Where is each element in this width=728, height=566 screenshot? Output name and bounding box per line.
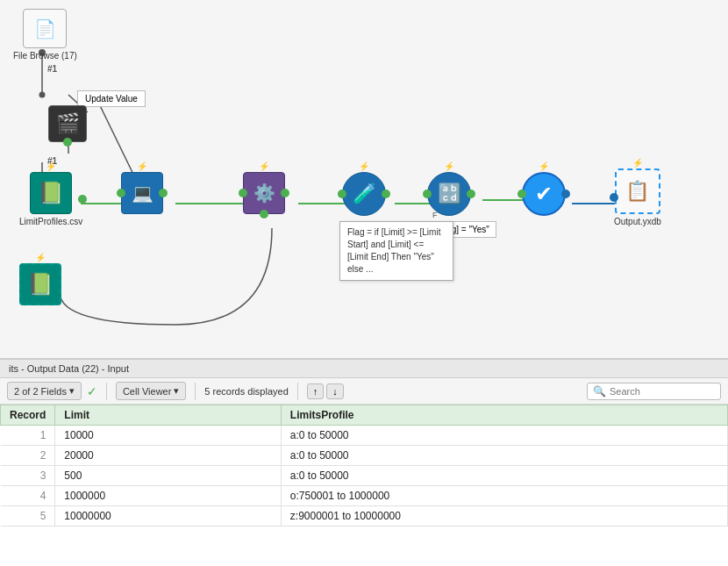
formula-node[interactable]: ⚡ 🧪: [342, 172, 386, 216]
file-browse-node[interactable]: 📄 File Browse (17): [13, 9, 77, 61]
cell-record: 3: [1, 466, 55, 486]
table-row: 3500a:0 to 50000: [1, 466, 728, 486]
cell-limit: 1000000: [55, 486, 281, 506]
output-node[interactable]: ⚡ 📋 Output.yxdb: [614, 168, 661, 226]
cell-profile: o:750001 to 1000000: [281, 486, 727, 506]
workflow-canvas: T F T 📄 File Browse (17) #1 Update Value…: [0, 0, 728, 360]
col-profile: LimitsProfile: [281, 405, 727, 426]
limit-profiles-node[interactable]: ⚡ 📗 LimitProfiles.csv: [19, 172, 82, 226]
table-row: 220000a:0 to 50000: [1, 446, 728, 466]
limit-profiles-label: LimitProfiles.csv: [19, 217, 82, 226]
cell-viewer-btn[interactable]: Cell Viewer ▾: [116, 382, 186, 400]
fields-dropdown[interactable]: 2 of 2 Fields ▾: [7, 382, 82, 400]
cell-record: 5: [1, 506, 55, 527]
toolbar: 2 of 2 Fields ▾ ✓ Cell Viewer ▾ 5 record…: [0, 378, 728, 405]
search-icon: 🔍: [593, 385, 606, 398]
teal2-node[interactable]: ⚡ 📗: [19, 263, 61, 305]
cell-viewer-arrow: ▾: [174, 385, 179, 397]
cell-profile: z:9000001 to 10000000: [281, 506, 727, 527]
check-mark[interactable]: ✓: [87, 384, 97, 398]
data-table: Record Limit LimitsProfile 110000a:0 to …: [0, 405, 728, 566]
check-node[interactable]: ⚡ ✔: [522, 172, 566, 216]
nav-arrows: ↑ ↓: [307, 383, 344, 399]
cell-limit: 10000000: [55, 506, 281, 527]
file-browse-label: File Browse (17): [13, 51, 77, 61]
panel-header: its - Output Data (22) - Input: [0, 360, 728, 378]
film-node[interactable]: 🎬: [48, 105, 87, 142]
update-value-tooltip: Update Value: [77, 90, 146, 107]
multirow-node[interactable]: ⚡ ⚙️: [243, 172, 285, 214]
table-row: 510000000z:9000001 to 10000000: [1, 506, 728, 527]
arrow-up[interactable]: ↑: [307, 383, 325, 399]
divider1: [106, 383, 107, 400]
panel-header-text: its - Output Data (22) - Input: [9, 363, 129, 374]
search-input[interactable]: [610, 386, 715, 397]
results-table: Record Limit LimitsProfile 110000a:0 to …: [0, 405, 728, 527]
blue-input-node[interactable]: ⚡ 💻: [121, 172, 163, 214]
cell-profile: a:0 to 50000: [281, 446, 727, 466]
divider2: [195, 383, 196, 400]
bottom-panel: its - Output Data (22) - Input 2 of 2 Fi…: [0, 360, 728, 566]
cell-viewer-label: Cell Viewer: [123, 386, 171, 397]
cell-record: 2: [1, 446, 55, 466]
arrow-down[interactable]: ↓: [326, 383, 344, 399]
col-limit: Limit: [55, 405, 281, 426]
table-header-row: Record Limit LimitsProfile: [1, 405, 728, 426]
cell-record: 1: [1, 426, 55, 446]
cell-profile: a:0 to 50000: [281, 426, 727, 446]
table-row: 110000a:0 to 50000: [1, 426, 728, 446]
svg-point-2: [39, 92, 46, 98]
filter-node[interactable]: ⚡ 🔡: [427, 172, 471, 216]
cell-record: 4: [1, 486, 55, 506]
formula-tooltip: Flag = if [Limit] >= [Limit Start] and […: [339, 221, 453, 281]
table-row: 41000000o:750001 to 1000000: [1, 486, 728, 506]
divider3: [297, 383, 298, 400]
cell-limit: 500: [55, 466, 281, 486]
cell-limit: 10000: [55, 426, 281, 446]
output-label: Output.yxdb: [614, 217, 661, 226]
dropdown-arrow: ▾: [69, 385, 75, 397]
col-record: Record: [1, 405, 55, 426]
records-count: 5 records displayed: [204, 386, 288, 397]
search-box: 🔍: [587, 383, 721, 400]
hash1-label: #1: [47, 64, 57, 74]
cell-profile: a:0 to 50000: [281, 466, 727, 486]
fields-label: 2 of 2 Fields: [14, 386, 67, 397]
cell-limit: 20000: [55, 446, 281, 466]
